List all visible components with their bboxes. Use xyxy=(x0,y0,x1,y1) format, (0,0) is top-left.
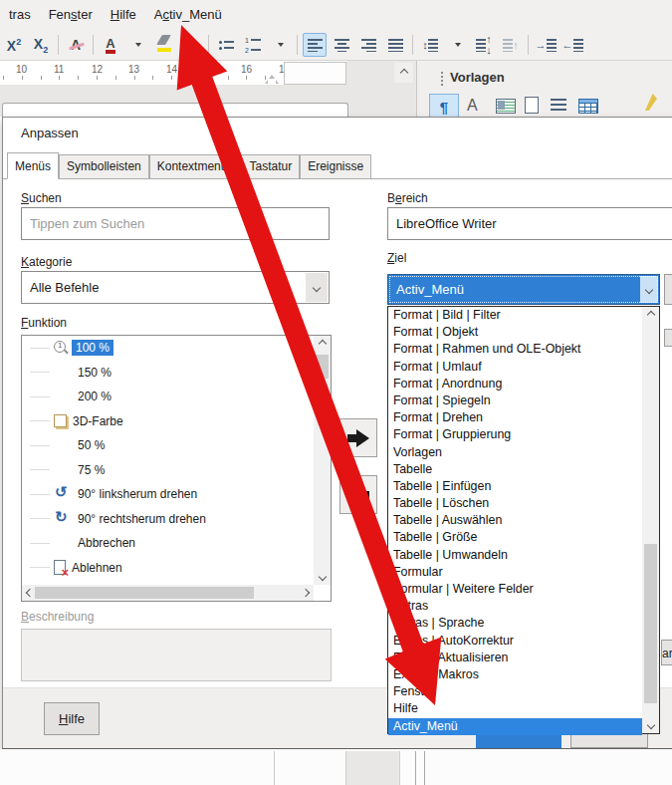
decrease-indent-icon[interactable]: ← xyxy=(560,33,584,57)
vscroll-thumb[interactable] xyxy=(644,544,657,703)
dropdown-option[interactable]: Extras xyxy=(388,598,642,615)
bullet-list-icon[interactable] xyxy=(214,33,238,57)
tab-ereignisse[interactable]: Ereignisse xyxy=(300,154,371,178)
dropdown-option[interactable]: Format | Anordnung xyxy=(388,376,642,392)
scroll-up-icon[interactable] xyxy=(314,336,331,352)
dropdown-option[interactable]: Format | Drehen xyxy=(388,409,642,426)
page-gap xyxy=(345,751,400,785)
menu-item-hilfe[interactable]: Hilfe xyxy=(102,0,145,30)
hscroll-thumb[interactable] xyxy=(35,587,254,599)
help-button[interactable]: Hilfe xyxy=(44,702,100,735)
spotlight-icon[interactable] xyxy=(642,94,657,111)
panel-drag-handle-icon[interactable] xyxy=(441,72,443,86)
dropdown-option[interactable]: Formular xyxy=(388,564,642,581)
remove-command-button[interactable] xyxy=(339,475,377,514)
dropdown-option[interactable]: Format | Umlauf xyxy=(388,359,642,376)
dropdown-option[interactable]: Tabelle | Umwandeln xyxy=(388,547,642,564)
dropdown-option[interactable]: Tabelle | Größe xyxy=(388,529,642,546)
description-textarea[interactable] xyxy=(21,629,332,681)
scroll-up-icon[interactable] xyxy=(642,307,659,323)
function-list-item[interactable]: 3D-Farbe xyxy=(22,409,314,434)
subscript-icon[interactable]: X2 xyxy=(29,33,53,57)
frame-styles-icon[interactable] xyxy=(496,99,516,114)
function-list-item[interactable]: 50 % xyxy=(22,433,314,458)
target-combobox[interactable]: Activ_Menü xyxy=(387,274,660,305)
dropdown-option[interactable]: Format | Gruppierung xyxy=(388,426,642,443)
vscroll-thumb[interactable] xyxy=(316,355,329,379)
function-list-item[interactable]: 75 % xyxy=(22,458,314,483)
tab-tastatur[interactable]: Tastatur xyxy=(241,154,300,178)
dropdown-option[interactable]: Extras | AutoKorrektur xyxy=(388,633,642,650)
scroll-up-button[interactable] xyxy=(394,63,413,83)
category-dropdown[interactable]: Alle Befehle xyxy=(21,271,330,304)
menu-item-activ-menu[interactable]: Activ_Menü xyxy=(145,0,231,30)
line-spacing-icon[interactable]: ↕ xyxy=(418,33,442,57)
function-list-item[interactable]: 150 % xyxy=(22,361,314,386)
numbered-list-dropdown-icon[interactable] xyxy=(268,33,292,57)
highlight-dropdown-icon[interactable] xyxy=(179,33,203,57)
function-list-vscrollbar[interactable] xyxy=(314,336,331,585)
cut-off-standard-button[interactable]: ard xyxy=(661,640,672,665)
function-list-item[interactable]: Ablehnen xyxy=(22,556,314,581)
tab-menus[interactable]: Menüs xyxy=(7,152,59,179)
dropdown-option[interactable]: Tabelle xyxy=(388,461,642,478)
horizontal-ruler[interactable]: 10 11 12 13 14 15 16 17 18 xyxy=(0,61,346,85)
dropdown-option[interactable]: Activ_Menü xyxy=(388,718,642,735)
dropdown-option[interactable]: Format | Spiegeln xyxy=(388,392,642,409)
tab-symbolleisten[interactable]: Symbolleisten xyxy=(59,154,149,178)
table-styles-icon[interactable] xyxy=(578,99,598,114)
dropdown-option[interactable]: Extras | Aktualisieren xyxy=(388,650,642,666)
function-list-item[interactable]: Abbrechen xyxy=(22,531,314,556)
menu-item-extras-partial[interactable]: tras xyxy=(0,0,40,30)
dropdown-option[interactable]: Formular | Weitere Felder xyxy=(388,581,642,598)
function-list-item[interactable]: 200 % xyxy=(22,385,314,409)
add-command-button[interactable] xyxy=(339,418,377,457)
align-left-icon[interactable] xyxy=(303,33,327,57)
dropdown-option[interactable]: Format | Bild | Filter xyxy=(388,307,642,324)
highlight-color-icon[interactable] xyxy=(152,33,176,57)
clear-formatting-icon[interactable]: A xyxy=(64,33,88,57)
popup-vscrollbar[interactable] xyxy=(642,307,659,733)
scroll-down-icon[interactable] xyxy=(314,569,331,585)
page-styles-icon[interactable] xyxy=(525,97,539,114)
menu-item-fenster[interactable]: Fenster xyxy=(40,0,102,30)
dropdown-option[interactable]: Format | Rahmen und OLE-Objekt xyxy=(388,341,642,358)
search-input[interactable]: Tippen zum Suchen xyxy=(21,207,330,240)
align-center-icon[interactable] xyxy=(330,33,353,57)
dropdown-option[interactable]: Extras | Sprache xyxy=(388,615,642,632)
dropdown-option[interactable]: Vorlagen xyxy=(388,444,642,461)
chevron-down-icon[interactable] xyxy=(640,276,658,303)
function-list-hscrollbar[interactable] xyxy=(22,585,314,601)
font-color-icon[interactable]: A xyxy=(99,33,122,57)
superscript-icon[interactable]: X2 xyxy=(2,33,26,57)
chevron-down-icon[interactable] xyxy=(306,273,328,302)
paragraph-spacing-decrease-icon[interactable]: ↑ xyxy=(499,33,523,57)
line-spacing-dropdown-icon[interactable] xyxy=(445,33,469,57)
dropdown-option[interactable]: Extras | Makros xyxy=(388,666,642,683)
justify-icon[interactable] xyxy=(383,33,407,57)
cut-off-button[interactable] xyxy=(664,329,672,347)
paragraph-spacing-icon[interactable]: ↑↓ xyxy=(472,33,496,57)
dropdown-option[interactable]: Tabelle | Auswählen xyxy=(388,512,642,529)
function-list-item[interactable]: 100 % xyxy=(22,336,314,361)
scroll-down-icon[interactable] xyxy=(642,717,659,733)
dropdown-option[interactable]: Tabelle | Löschen xyxy=(388,495,642,512)
indent-marker[interactable] xyxy=(265,75,279,84)
font-color-dropdown-icon[interactable] xyxy=(125,33,149,57)
dropdown-option[interactable]: Tabelle | Einfügen xyxy=(388,478,642,495)
dropdown-option[interactable]: Fenster xyxy=(388,683,642,700)
scope-dropdown[interactable]: LibreOffice Writer xyxy=(387,207,672,240)
function-list-item[interactable]: 90° rechtsherum drehen xyxy=(22,507,314,532)
dropdown-option[interactable]: Hilfe xyxy=(388,700,642,717)
increase-indent-icon[interactable]: → xyxy=(534,33,558,57)
scope-label: Bereich xyxy=(387,191,428,205)
align-right-icon[interactable] xyxy=(356,33,380,57)
numbered-list-icon[interactable]: 12 xyxy=(241,33,265,57)
character-styles-icon[interactable]: A xyxy=(467,97,478,115)
dropdown-option[interactable]: Format | Objekt xyxy=(388,324,642,341)
scroll-right-icon[interactable] xyxy=(298,585,314,601)
cut-off-button[interactable] xyxy=(664,274,672,305)
list-styles-icon[interactable] xyxy=(551,99,566,111)
tab-kontextmenus[interactable]: Kontextmenüs xyxy=(149,154,242,178)
function-list-item[interactable]: 90° linksherum drehen xyxy=(22,482,314,507)
